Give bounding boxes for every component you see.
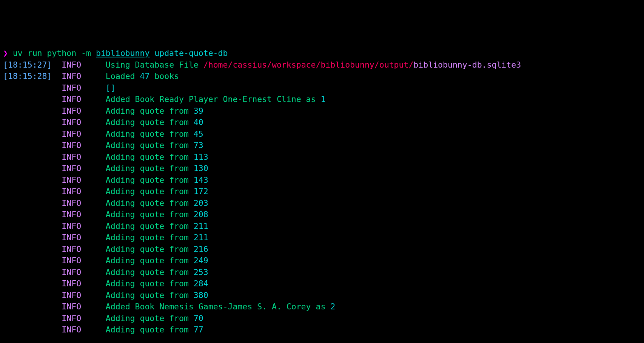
log-line: [18:15:28] INFO Loaded 47 books <box>3 71 641 82</box>
log-message-part: 380 <box>194 290 208 300</box>
log-message-part: Adding quote from <box>106 221 194 231</box>
log-message-part: 143 <box>194 175 208 185</box>
log-level: INFO <box>62 256 81 265</box>
log-message-part: Added Book Nemesis Games-James S. A. Cor… <box>106 302 330 311</box>
log-line: INFO Adding quote from 284 <box>3 278 641 290</box>
log-message-part: Adding quote from <box>106 279 194 288</box>
log-timestamp <box>3 233 52 242</box>
log-message-part: 203 <box>194 198 208 208</box>
log-line: INFO Adding quote from 211 <box>3 221 641 232</box>
log-line: [18:15:27] INFO Using Database File /hom… <box>3 59 641 71</box>
log-level: INFO <box>62 94 81 104</box>
log-timestamp <box>3 244 52 254</box>
log-line: INFO Adding quote from 73 <box>3 140 641 151</box>
log-line: INFO Adding quote from 130 <box>3 163 641 175</box>
prompt-arrow: ❯ <box>3 48 8 58</box>
log-level: INFO <box>62 141 81 150</box>
log-level: INFO <box>62 71 81 81</box>
log-timestamp <box>3 106 52 116</box>
log-timestamp <box>3 279 52 288</box>
log-message-part: 253 <box>194 267 208 277</box>
log-level: INFO <box>62 129 81 139</box>
log-message-part: Adding quote from <box>106 141 194 150</box>
log-message-part: 2 <box>330 302 335 311</box>
log-line: INFO Adding quote from 216 <box>3 244 641 255</box>
log-timestamp <box>3 290 52 300</box>
log-message-part: 216 <box>194 244 208 254</box>
prompt-line: ❯ uv run python -m bibliobunny update-qu… <box>3 48 641 59</box>
log-level: INFO <box>62 152 81 162</box>
terminal-output[interactable]: ❯ uv run python -m bibliobunny update-qu… <box>3 48 641 336</box>
log-level: INFO <box>62 198 81 208</box>
log-line: INFO Added Book Ready Player One-Ernest … <box>3 94 641 105</box>
log-message-part: 208 <box>194 210 208 219</box>
log-level: INFO <box>62 302 81 311</box>
log-level: INFO <box>62 60 81 70</box>
log-level: INFO <box>62 267 81 277</box>
log-line: INFO Adding quote from 211 <box>3 232 641 244</box>
log-message-part: Adding quote from <box>106 210 194 219</box>
log-message-part: 77 <box>194 325 203 334</box>
log-timestamp <box>3 314 52 323</box>
log-message-part: Added Book Ready Player One-Ernest Cline… <box>106 94 321 104</box>
log-message-part: Adding quote from <box>106 152 194 162</box>
log-timestamp <box>3 302 52 311</box>
log-message-part: 172 <box>194 187 208 196</box>
log-message-part: Adding quote from <box>106 233 194 242</box>
log-message-part: 113 <box>194 152 208 162</box>
log-line: INFO Adding quote from 380 <box>3 290 641 301</box>
log-line: INFO Adding quote from 45 <box>3 128 641 140</box>
log-message-part: 211 <box>194 233 208 242</box>
log-message-part: 284 <box>194 279 208 288</box>
log-timestamp <box>3 210 52 219</box>
log-message-part: Adding quote from <box>106 267 194 277</box>
log-message-part: Using Database File <box>106 60 203 70</box>
log-message-part: 73 <box>194 141 203 150</box>
log-timestamp <box>3 221 52 231</box>
log-timestamp <box>3 117 52 127</box>
log-timestamp <box>3 164 52 173</box>
log-message-part: 211 <box>194 221 208 231</box>
log-message-part: 47 <box>140 71 149 81</box>
log-message-part: Adding quote from <box>106 198 194 208</box>
log-timestamp <box>3 175 52 185</box>
log-timestamp <box>3 152 52 162</box>
log-timestamp: [18:15:28] <box>3 71 52 81</box>
log-message-part: Adding quote from <box>106 106 194 116</box>
log-message-part: Adding quote from <box>106 129 194 139</box>
log-message-part: 39 <box>194 106 203 116</box>
log-line: INFO Added Book Nemesis Games-James S. A… <box>3 301 641 313</box>
log-level: INFO <box>62 117 81 127</box>
log-message-part: Loaded <box>106 71 140 81</box>
log-line: INFO [] <box>3 82 641 94</box>
command-arg: update-quote-db <box>149 48 228 58</box>
log-message-part: Adding quote from <box>106 117 194 127</box>
log-level: INFO <box>62 210 81 219</box>
log-line: INFO Adding quote from 172 <box>3 186 641 198</box>
command-text: uv run python -m <box>8 48 96 58</box>
log-message-part: Adding quote from <box>106 256 194 265</box>
log-line: INFO Adding quote from 39 <box>3 105 641 117</box>
log-level: INFO <box>62 325 81 334</box>
log-message-part: 45 <box>194 129 203 139</box>
log-level: INFO <box>62 187 81 196</box>
log-level: INFO <box>62 314 81 323</box>
log-message-part: 40 <box>194 117 203 127</box>
log-message-part: Adding quote from <box>106 325 194 334</box>
log-message-part: [] <box>106 83 116 93</box>
log-line: INFO Adding quote from 77 <box>3 324 641 336</box>
log-level: INFO <box>62 221 81 231</box>
log-message-part: bibliobunny-db.sqlite3 <box>413 60 521 70</box>
log-level: INFO <box>62 106 81 116</box>
log-level: INFO <box>62 175 81 185</box>
log-timestamp <box>3 256 52 265</box>
log-message-part: Adding quote from <box>106 164 194 173</box>
log-timestamp <box>3 141 52 150</box>
log-level: INFO <box>62 279 81 288</box>
log-timestamp: [18:15:27] <box>3 60 52 70</box>
log-message-part: books <box>149 71 179 81</box>
log-message-part: 130 <box>194 164 208 173</box>
log-line: INFO Adding quote from 253 <box>3 267 641 278</box>
log-level: INFO <box>62 164 81 173</box>
log-level: INFO <box>62 233 81 242</box>
